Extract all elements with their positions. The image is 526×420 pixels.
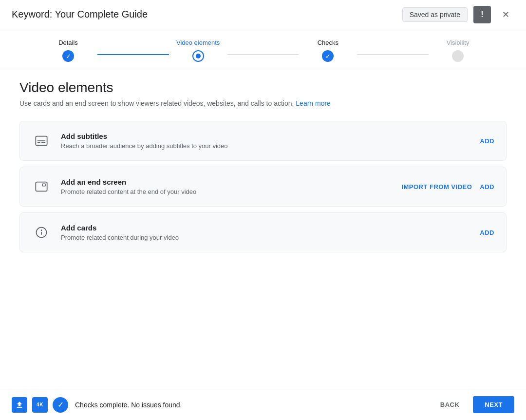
add-cards-card: Add cards Promote related content during… <box>19 212 507 252</box>
next-button[interactable]: NEXT <box>473 396 514 413</box>
close-icon: ✕ <box>502 9 509 20</box>
header: Keyword: Your Complete Guide Saved as pr… <box>0 0 526 29</box>
connector-1 <box>97 54 169 55</box>
stepper-track: Details ✓ Video elements Checks ✓ <box>0 29 526 62</box>
subtitles-card-title: Add subtitles <box>61 132 470 140</box>
subtitles-card-body: Add subtitles Reach a broader audience b… <box>61 132 470 150</box>
add-cards-add-button[interactable]: ADD <box>480 229 494 236</box>
import-from-video-button[interactable]: IMPORT FROM VIDEO <box>401 183 472 191</box>
video-elements-subtitle: Use cards and an end screen to show view… <box>19 99 507 107</box>
alert-button[interactable]: ! <box>473 6 491 23</box>
step-video-elements-label: Video elements <box>176 39 220 46</box>
end-screen-card-desc: Promote related content at the end of yo… <box>61 188 392 195</box>
step-visibility-circle <box>452 50 464 62</box>
step-details-label: Details <box>58 39 78 46</box>
checkmark-icon: ✓ <box>66 53 71 60</box>
stepper: Details ✓ Video elements Checks ✓ <box>0 29 526 68</box>
check-icon: ✓ <box>57 400 64 409</box>
header-actions: Saved as private ! ✕ <box>402 6 514 23</box>
add-cards-card-title: Add cards <box>61 224 470 232</box>
step-video-elements-circle <box>192 50 204 62</box>
close-button[interactable]: ✕ <box>497 6 514 23</box>
add-cards-card-body: Add cards Promote related content during… <box>61 224 470 241</box>
page-title: Keyword: Your Complete Guide <box>12 9 148 20</box>
check-badge: ✓ <box>53 397 68 413</box>
end-screen-card-actions: IMPORT FROM VIDEO ADD <box>401 183 494 191</box>
step-checks-label: Checks <box>318 39 338 46</box>
connector-3 <box>357 54 429 55</box>
add-cards-card-desc: Promote related content during your vide… <box>61 234 470 241</box>
4k-badge: 4K <box>32 397 48 413</box>
learn-more-link[interactable]: Learn more <box>296 99 331 107</box>
upload-icon <box>12 397 27 413</box>
footer: 4K ✓ Checks complete. No issues found. B… <box>0 389 526 420</box>
video-elements-title: Video elements <box>19 80 507 95</box>
footer-left: 4K ✓ Checks complete. No issues found. <box>12 397 182 413</box>
step-visibility-label: Visibility <box>447 39 470 46</box>
subtitles-card-actions: ADD <box>480 137 494 145</box>
svg-rect-5 <box>42 184 45 186</box>
saved-badge: Saved as private <box>402 7 468 22</box>
end-screen-add-button[interactable]: ADD <box>480 183 494 191</box>
add-cards-icon <box>32 223 51 242</box>
add-cards-card-actions: ADD <box>480 229 494 236</box>
subtitles-card: Add subtitles Reach a broader audience b… <box>19 121 507 161</box>
active-dot <box>196 54 201 58</box>
checkmark-icon-2: ✓ <box>325 53 331 60</box>
step-details: Details ✓ <box>39 39 97 62</box>
back-button[interactable]: BACK <box>432 397 468 412</box>
end-screen-card-title: Add an end screen <box>61 178 392 186</box>
step-visibility: Visibility <box>429 39 487 62</box>
subtitles-add-button[interactable]: ADD <box>480 137 494 145</box>
svg-rect-4 <box>36 182 47 191</box>
step-checks: Checks ✓ <box>299 39 357 62</box>
footer-status: Checks complete. No issues found. <box>75 401 182 409</box>
connector-2 <box>227 54 299 55</box>
subtitles-card-desc: Reach a broader audience by adding subti… <box>61 142 470 150</box>
end-screen-card: Add an end screen Promote related conten… <box>19 167 507 207</box>
footer-right: BACK NEXT <box>432 396 514 413</box>
end-screen-card-body: Add an end screen Promote related conten… <box>61 178 392 195</box>
subtitles-icon <box>32 131 51 151</box>
main-content: Video elements Use cards and an end scre… <box>0 68 526 389</box>
end-screen-icon <box>32 177 51 196</box>
step-details-circle: ✓ <box>62 50 74 62</box>
alert-icon: ! <box>481 10 483 19</box>
step-checks-circle: ✓ <box>322 50 334 62</box>
step-video-elements: Video elements <box>169 39 227 62</box>
